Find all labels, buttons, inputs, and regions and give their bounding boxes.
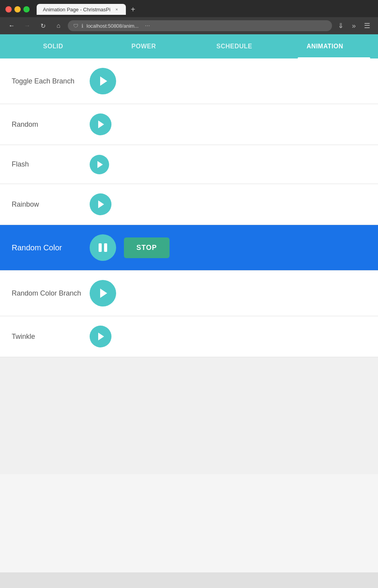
active-tab[interactable]: Animation Page - ChristmasPi × xyxy=(37,4,126,15)
download-icon[interactable]: ⇓ xyxy=(335,20,346,31)
info-icon: ℹ xyxy=(81,23,83,29)
animation-item-random-color-branch: Random Color Branch xyxy=(0,271,378,316)
security-icon: 🛡 xyxy=(73,23,78,29)
tab-power[interactable]: POWER xyxy=(99,34,189,58)
stop-button-random-color[interactable]: STOP xyxy=(124,237,170,258)
browser-toolbar: ← → ↻ ⌂ 🛡 ℹ localhost:50808/anim... ··· … xyxy=(0,17,378,34)
animation-label-random-color: Random Color xyxy=(12,243,82,252)
pause-button-random-color[interactable] xyxy=(90,234,116,261)
pause-bar-right xyxy=(104,243,107,252)
animation-list: Toggle Each Branch Random Flash Rainbow xyxy=(0,58,378,357)
tab-animation[interactable]: ANIMATION xyxy=(280,34,371,58)
animation-label-rainbow: Rainbow xyxy=(12,200,82,209)
home-button[interactable]: ⌂ xyxy=(52,19,65,32)
play-button-twinkle[interactable] xyxy=(90,326,111,347)
menu-icon[interactable]: ☰ xyxy=(362,20,373,31)
animation-item-random-color: Random Color STOP xyxy=(0,225,378,271)
forward-button[interactable]: → xyxy=(21,19,34,32)
browser-titlebar: Animation Page - ChristmasPi × + xyxy=(0,0,378,17)
play-icon xyxy=(97,161,103,168)
animation-label-random: Random xyxy=(12,120,82,129)
tab-title: Animation Page - ChristmasPi xyxy=(43,7,110,12)
nav-tabs: SOLID POWER SCHEDULE ANIMATION xyxy=(0,34,378,58)
play-icon xyxy=(98,200,104,208)
app-container: SOLID POWER SCHEDULE ANIMATION Toggle Ea… xyxy=(0,34,378,572)
animation-item-twinkle: Twinkle xyxy=(0,316,378,357)
play-button-rainbow[interactable] xyxy=(90,193,111,215)
chevron-right-icon[interactable]: » xyxy=(348,20,359,31)
animation-label-random-color-branch: Random Color Branch xyxy=(12,289,82,298)
address-bar[interactable]: 🛡 ℹ localhost:50808/anim... ··· xyxy=(68,20,332,31)
play-button-random[interactable] xyxy=(90,113,111,135)
pause-bar-left xyxy=(99,243,102,252)
traffic-light-green[interactable] xyxy=(23,6,30,12)
tab-solid[interactable]: SOLID xyxy=(8,34,99,58)
new-tab-button[interactable]: + xyxy=(127,4,138,15)
spacer-area xyxy=(0,357,378,474)
animation-item-flash: Flash xyxy=(0,145,378,184)
animation-item-random: Random xyxy=(0,104,378,145)
traffic-light-red[interactable] xyxy=(5,6,12,12)
tab-close-button[interactable]: × xyxy=(113,6,120,12)
reload-button[interactable]: ↻ xyxy=(37,19,49,32)
play-button-random-color-branch[interactable] xyxy=(90,280,116,306)
tab-schedule[interactable]: SCHEDULE xyxy=(189,34,280,58)
play-icon xyxy=(98,333,104,340)
tab-bar: Animation Page - ChristmasPi × + xyxy=(37,4,373,15)
animation-label-twinkle: Twinkle xyxy=(12,333,82,341)
play-icon xyxy=(98,120,104,128)
play-icon xyxy=(100,76,107,86)
toolbar-right: ⇓ » ☰ xyxy=(335,20,373,31)
animation-item-toggle-each-branch: Toggle Each Branch xyxy=(0,58,378,104)
url-display: localhost:50808/anim... xyxy=(87,23,139,29)
play-button-toggle-each-branch[interactable] xyxy=(90,68,116,94)
traffic-light-yellow[interactable] xyxy=(14,6,21,12)
traffic-lights xyxy=(5,6,30,12)
more-options-icon[interactable]: ··· xyxy=(145,22,150,29)
browser-chrome: Animation Page - ChristmasPi × + ← → ↻ ⌂… xyxy=(0,0,378,34)
animation-label-toggle-each-branch: Toggle Each Branch xyxy=(12,77,82,85)
animation-item-rainbow: Rainbow xyxy=(0,184,378,225)
play-button-flash[interactable] xyxy=(90,155,109,174)
animation-label-flash: Flash xyxy=(12,160,82,168)
back-button[interactable]: ← xyxy=(5,19,18,32)
play-icon xyxy=(100,289,107,298)
